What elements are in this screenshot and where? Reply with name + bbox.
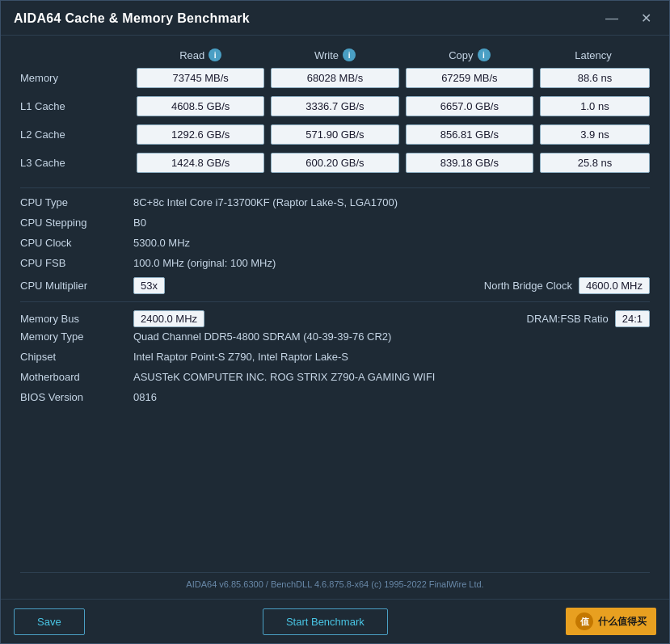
bios-val: 0816 xyxy=(133,391,650,403)
nb-clock-key: North Bridge Clock xyxy=(484,280,572,292)
dram-ratio-key: DRAM:FSB Ratio xyxy=(527,313,609,325)
divider-1 xyxy=(20,187,650,188)
cpu-type-key: CPU Type xyxy=(20,196,133,208)
close-button[interactable]: ✕ xyxy=(636,11,656,27)
motherboard-val: ASUSTeK COMPUTER INC. ROG STRIX Z790-A G… xyxy=(133,371,650,383)
l1-copy: 6657.0 GB/s xyxy=(406,96,533,116)
window-controls: — ✕ xyxy=(600,11,656,27)
cpu-type-val: 8C+8c Intel Core i7-13700KF (Raptor Lake… xyxy=(133,196,650,208)
system-info: CPU Type 8C+8c Intel Core i7-13700KF (Ra… xyxy=(20,196,650,295)
mem-bus-right: DRAM:FSB Ratio 24:1 xyxy=(527,310,650,327)
info-row-memory-type: Memory Type Quad Channel DDR5-4800 SDRAM… xyxy=(20,330,650,348)
info-row-memory-bus: Memory Bus 2400.0 MHz DRAM:FSB Ratio 24:… xyxy=(20,310,650,328)
cpu-clock-key: CPU Clock xyxy=(20,237,133,249)
watermark-badge: 值 什么值得买 xyxy=(566,608,656,635)
watermark-text: 什么值得买 xyxy=(598,615,647,629)
main-window: AIDA64 Cache & Memory Benchmark — ✕ Read… xyxy=(0,0,670,644)
memory-latency: 88.6 ns xyxy=(540,68,650,88)
bench-row-l3: L3 Cache 1424.8 GB/s 600.20 GB/s 839.18 … xyxy=(20,153,650,173)
chipset-key: Chipset xyxy=(20,351,133,363)
bottom-bar: Save Start Benchmark 值 什么值得买 xyxy=(1,599,669,643)
l1-write: 3336.7 GB/s xyxy=(271,96,398,116)
info-row-cpu-fsb: CPU FSB 100.0 MHz (original: 100 MHz) xyxy=(20,257,650,275)
l3-copy: 839.18 GB/s xyxy=(406,153,533,173)
column-headers: Read i Write i Copy i Latency xyxy=(20,48,650,61)
dram-ratio-val: 24:1 xyxy=(615,310,650,327)
chipset-val: Intel Raptor Point-S Z790, Intel Raptor … xyxy=(133,351,650,363)
start-benchmark-button[interactable]: Start Benchmark xyxy=(263,608,388,635)
memory-write: 68028 MB/s xyxy=(271,68,398,88)
memory-info: Memory Bus 2400.0 MHz DRAM:FSB Ratio 24:… xyxy=(20,310,650,409)
l2-write: 571.90 GB/s xyxy=(271,124,398,145)
nb-clock-val: 4600.0 MHz xyxy=(579,277,650,294)
memory-copy: 67259 MB/s xyxy=(406,68,533,88)
minimize-button[interactable]: — xyxy=(600,11,623,27)
header-write: Write i xyxy=(268,48,402,61)
content-area: Read i Write i Copy i Latency Memory 737… xyxy=(1,36,669,599)
info-row-multiplier: CPU Multiplier 53x North Bridge Clock 46… xyxy=(20,277,650,295)
l1-read: 4608.5 GB/s xyxy=(137,96,264,116)
memory-bus-key: Memory Bus xyxy=(20,313,133,325)
copy-info-icon[interactable]: i xyxy=(478,48,491,61)
cpu-stepping-val: B0 xyxy=(133,217,650,229)
title-bar: AIDA64 Cache & Memory Benchmark — ✕ xyxy=(1,1,669,36)
watermark-icon: 值 xyxy=(575,612,593,630)
memory-label: Memory xyxy=(20,72,133,84)
save-button[interactable]: Save xyxy=(14,608,85,635)
cpu-multiplier-key: CPU Multiplier xyxy=(20,280,133,292)
l3-label: L3 Cache xyxy=(20,157,133,169)
bios-key: BIOS Version xyxy=(20,391,133,403)
info-row-bios: BIOS Version 0816 xyxy=(20,391,650,409)
cpu-multiplier-val: 53x xyxy=(133,277,165,294)
footer-text: AIDA64 v6.85.6300 / BenchDLL 4.6.875.8-x… xyxy=(20,572,650,592)
l3-write: 600.20 GB/s xyxy=(271,153,398,173)
read-info-icon[interactable]: i xyxy=(209,48,221,61)
cpu-fsb-key: CPU FSB xyxy=(20,257,133,269)
header-label xyxy=(20,48,133,61)
l3-latency: 25.8 ns xyxy=(540,153,650,173)
memory-type-key: Memory Type xyxy=(20,330,133,343)
info-row-cpu-type: CPU Type 8C+8c Intel Core i7-13700KF (Ra… xyxy=(20,196,650,214)
header-read: Read i xyxy=(133,48,268,61)
cpu-fsb-val: 100.0 MHz (original: 100 MHz) xyxy=(133,257,650,269)
header-latency: Latency xyxy=(537,48,650,61)
multiplier-left: CPU Multiplier 53x xyxy=(20,277,484,294)
memory-read: 73745 MB/s xyxy=(137,68,264,88)
info-row-chipset: Chipset Intel Raptor Point-S Z790, Intel… xyxy=(20,351,650,368)
bench-row-l2: L2 Cache 1292.6 GB/s 571.90 GB/s 856.81 … xyxy=(20,124,650,145)
l1-latency: 1.0 ns xyxy=(540,96,650,116)
memory-bus-val: 2400.0 MHz xyxy=(133,310,204,327)
info-row-cpu-stepping: CPU Stepping B0 xyxy=(20,217,650,234)
multiplier-right: North Bridge Clock 4600.0 MHz xyxy=(484,277,650,294)
divider-2 xyxy=(20,301,650,302)
window-title: AIDA64 Cache & Memory Benchmark xyxy=(14,11,250,26)
mem-bus-left: Memory Bus 2400.0 MHz xyxy=(20,310,527,327)
info-row-motherboard: Motherboard ASUSTeK COMPUTER INC. ROG ST… xyxy=(20,371,650,389)
memory-type-val: Quad Channel DDR5-4800 SDRAM (40-39-39-7… xyxy=(133,330,650,343)
header-copy: Copy i xyxy=(402,48,537,61)
write-info-icon[interactable]: i xyxy=(343,48,356,61)
l2-label: L2 Cache xyxy=(20,128,133,141)
l1-label: L1 Cache xyxy=(20,100,133,112)
l2-read: 1292.6 GB/s xyxy=(137,124,264,145)
bench-row-l1: L1 Cache 4608.5 GB/s 3336.7 GB/s 6657.0 … xyxy=(20,96,650,116)
motherboard-key: Motherboard xyxy=(20,371,133,383)
bench-row-memory: Memory 73745 MB/s 68028 MB/s 67259 MB/s … xyxy=(20,68,650,88)
l2-copy: 856.81 GB/s xyxy=(406,124,533,145)
cpu-stepping-key: CPU Stepping xyxy=(20,217,133,229)
info-row-cpu-clock: CPU Clock 5300.0 MHz xyxy=(20,237,650,255)
cpu-clock-val: 5300.0 MHz xyxy=(133,237,650,249)
l3-read: 1424.8 GB/s xyxy=(137,153,264,173)
l2-latency: 3.9 ns xyxy=(540,124,650,145)
